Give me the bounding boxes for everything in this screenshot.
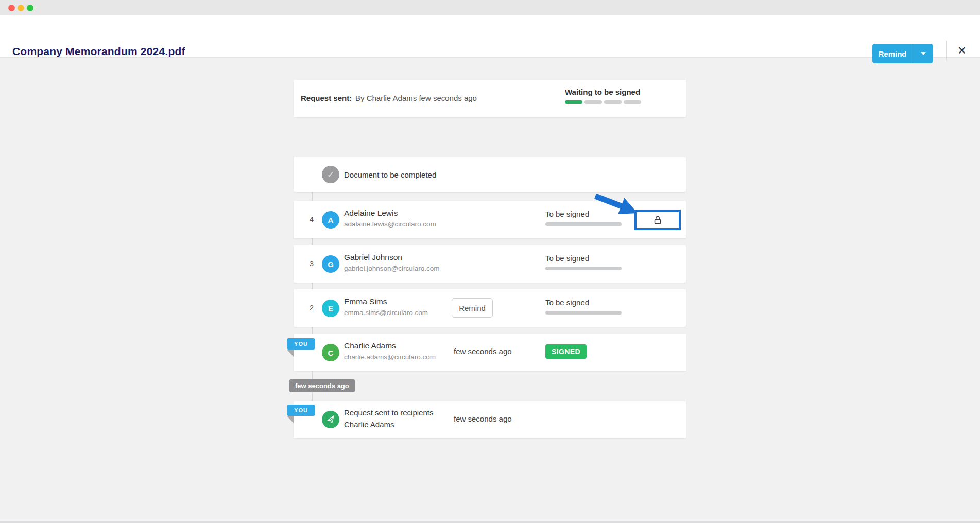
header-divider — [946, 41, 947, 60]
recipient-status: To be signed — [545, 254, 589, 263]
request-sent-detail: By Charlie Adams few seconds ago — [355, 94, 477, 102]
recipient-email: charlie.adams@circularo.com — [344, 353, 436, 361]
recipient-row-emma: 2 E Emma Sims emma.sims@circularo.com Re… — [294, 289, 686, 327]
lock-icon — [652, 214, 663, 225]
recipient-order: 2 — [306, 303, 317, 312]
recipient-status: To be signed — [545, 298, 589, 307]
zoom-traffic-light[interactable] — [27, 5, 33, 11]
recipient-email: adalaine.lewis@circularo.com — [344, 220, 436, 228]
you-badge: YOU — [287, 405, 315, 416]
close-traffic-light[interactable] — [8, 5, 15, 11]
recipient-email: gabriel.johnson@circularo.com — [344, 265, 440, 272]
recipient-name: Emma Sims — [344, 297, 387, 306]
sent-event-label: Request sent to recipients — [344, 408, 433, 417]
close-icon[interactable]: × — [953, 41, 971, 60]
check-icon: ✓ — [322, 166, 339, 183]
avatar: G — [322, 255, 339, 273]
you-badge-tail — [287, 350, 294, 357]
progress-segment — [584, 100, 602, 104]
signed-status-badge: SIGNED — [545, 344, 587, 359]
progress-segment — [604, 100, 622, 104]
recipient-order: 3 — [306, 259, 317, 268]
request-sent-label: Request sent: — [301, 94, 352, 102]
waiting-status-label: Waiting to be signed — [565, 88, 640, 96]
window-titlebar — [0, 0, 980, 15]
document-title: Company Memorandum 2024.pdf — [12, 45, 185, 58]
you-badge: YOU — [287, 338, 315, 350]
you-badge-tail — [287, 416, 294, 423]
recipient-progress-bar — [545, 311, 622, 315]
recipient-progress-bar — [545, 267, 622, 270]
recipient-name: Gabriel Johnson — [344, 253, 402, 262]
sent-event-sender: Charlie Adams — [344, 420, 394, 429]
avatar: C — [322, 344, 339, 361]
chevron-down-icon — [921, 52, 926, 55]
remind-split-button[interactable]: Remind — [872, 44, 933, 63]
recipient-status: To be signed — [545, 210, 589, 218]
signing-progress-bar — [565, 100, 641, 104]
remind-button[interactable]: Remind — [872, 44, 913, 63]
recipient-row-gabriel: 3 G Gabriel Johnson gabriel.johnson@circ… — [294, 245, 686, 283]
send-icon — [322, 411, 339, 428]
recipient-row-charlie: C Charlie Adams charlie.adams@circularo.… — [294, 334, 686, 371]
progress-segment — [624, 100, 641, 104]
signed-time: few seconds ago — [454, 347, 512, 356]
timeline-time-badge: few seconds ago — [289, 379, 355, 392]
recipient-order: 4 — [306, 215, 317, 223]
document-header: Company Memorandum 2024.pdf Remind × — [0, 15, 980, 58]
document-step-card: ✓ Document to be completed — [294, 157, 686, 192]
minimize-traffic-light[interactable] — [18, 5, 24, 11]
progress-segment — [565, 100, 582, 104]
remind-dropdown-button[interactable] — [913, 44, 933, 63]
request-status-card: Request sent: By Charlie Adams few secon… — [294, 80, 686, 117]
sent-time: few seconds ago — [454, 414, 512, 423]
recipient-name: Charlie Adams — [344, 341, 396, 351]
avatar: A — [322, 211, 339, 229]
request-sent-event-card: Request sent to recipients Charlie Adams… — [294, 401, 686, 438]
document-step-label: Document to be completed — [344, 170, 436, 179]
avatar: E — [322, 300, 339, 317]
recipient-name: Adelaine Lewis — [344, 208, 398, 218]
locked-signature-field[interactable] — [634, 210, 681, 230]
recipient-row-adelaine: 4 A Adelaine Lewis adalaine.lewis@circul… — [294, 201, 686, 238]
recipient-email: emma.sims@circularo.com — [344, 309, 428, 317]
recipient-progress-bar — [545, 222, 622, 226]
remind-recipient-button[interactable]: Remind — [452, 298, 493, 318]
